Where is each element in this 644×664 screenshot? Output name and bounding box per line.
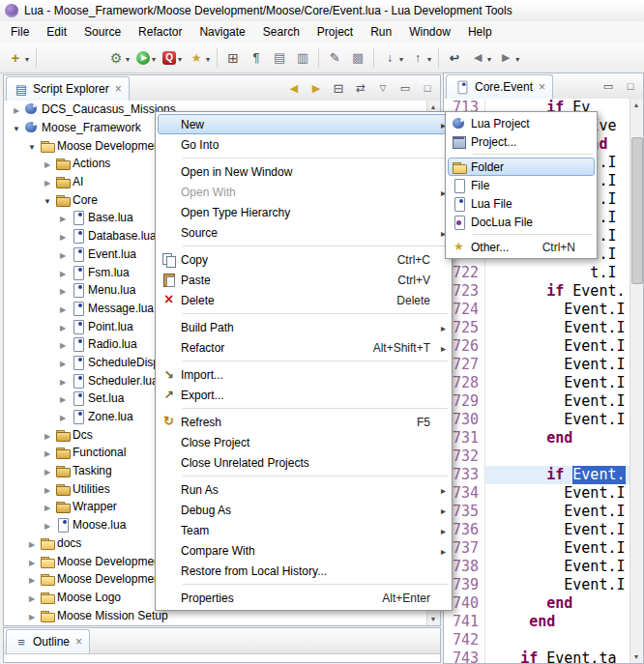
new-submenu-item-file[interactable]: File <box>448 176 595 194</box>
forward-icon[interactable] <box>308 80 324 96</box>
code-line-727[interactable]: 727 Event.I <box>444 356 630 374</box>
tab-core-event[interactable]: Core.Event <box>446 74 553 99</box>
menubar-source[interactable]: Source <box>75 22 130 42</box>
context-menu-item-close-unrelated-projects[interactable]: Close Unrelated Projects <box>158 452 450 473</box>
chevron-down-icon[interactable] <box>205 51 210 65</box>
code-line-723[interactable]: 723 if Event. <box>444 282 630 301</box>
expand-arrow-icon[interactable] <box>56 356 70 369</box>
chevron-down-icon[interactable] <box>514 51 519 65</box>
expand-arrow-icon[interactable] <box>56 391 70 405</box>
context-menu-item-compare-with[interactable]: Compare With <box>158 540 450 561</box>
context-menu-item-open-in-new-window[interactable]: Open in New Window <box>158 161 450 182</box>
code-line-731[interactable]: 731 end <box>444 429 630 447</box>
code-line-722[interactable]: 722 t.I <box>444 264 630 282</box>
menubar-run[interactable]: Run <box>362 22 400 42</box>
mark-occurrences-button[interactable] <box>347 46 368 70</box>
code-line-741[interactable]: 741 end <box>444 613 630 631</box>
collapse-arrow-icon[interactable] <box>25 139 39 153</box>
context-menu-item-refactor[interactable]: RefactorAlt+Shift+T <box>158 337 450 358</box>
expand-arrow-icon[interactable] <box>25 609 39 622</box>
context-menu-item-refresh[interactable]: RefreshF5 <box>158 412 450 432</box>
menubar-edit[interactable]: Edit <box>38 22 75 42</box>
chevron-down-icon[interactable] <box>125 51 130 65</box>
code-line-732[interactable]: 732 <box>444 447 630 466</box>
expand-arrow-icon[interactable] <box>41 428 54 442</box>
next-annotation-button[interactable] <box>379 46 405 70</box>
scroll-up-icon[interactable] <box>630 99 642 111</box>
open-document-button[interactable] <box>269 46 290 70</box>
collapse-arrow-icon[interactable] <box>41 193 54 207</box>
context-menu-item-close-project[interactable]: Close Project <box>158 432 450 452</box>
code-line-737[interactable]: 737 Event.I <box>444 539 630 558</box>
previous-annotation-button[interactable] <box>407 46 433 70</box>
forward-button[interactable] <box>495 46 521 70</box>
expand-arrow-icon[interactable] <box>41 157 54 170</box>
chevron-down-icon[interactable] <box>426 51 431 65</box>
expand-arrow-icon[interactable] <box>56 320 70 333</box>
context-menu-item-copy[interactable]: CopyCtrl+C <box>158 249 450 270</box>
expand-arrow-icon[interactable] <box>25 536 39 550</box>
context-menu-item-go-into[interactable]: Go Into <box>158 134 450 155</box>
new-submenu-item-lua-project[interactable]: Lua Project <box>448 114 595 132</box>
code-line-743[interactable]: 743 if Event.ta <box>444 650 630 663</box>
new-submenu-item-other[interactable]: Other...Ctrl+N <box>448 238 595 256</box>
scroll-down-icon[interactable] <box>427 613 439 625</box>
context-menu-item-paste[interactable]: PasteCtrl+V <box>158 270 450 290</box>
tab-outline[interactable]: Outline <box>6 629 90 653</box>
scroll-down-icon[interactable] <box>630 650 642 663</box>
code-line-735[interactable]: 735 Event.I <box>444 503 630 521</box>
maximize-icon[interactable] <box>420 80 435 96</box>
show-whitespace-button[interactable] <box>246 46 267 70</box>
expand-arrow-icon[interactable] <box>25 591 39 604</box>
expand-arrow-icon[interactable] <box>56 229 70 243</box>
minimize-icon[interactable] <box>397 80 413 96</box>
context-menu-item-build-path[interactable]: Build Path <box>158 317 450 337</box>
link-with-editor-icon[interactable] <box>353 80 368 96</box>
code-line-725[interactable]: 725 Event.I <box>444 319 630 337</box>
expand-arrow-icon[interactable] <box>10 102 23 116</box>
code-line-736[interactable]: 736 Event.I <box>444 521 630 539</box>
collapse-arrow-icon[interactable] <box>10 121 23 134</box>
editor-maximize-icon[interactable] <box>623 78 638 94</box>
context-menu-item-new[interactable]: New <box>158 114 450 134</box>
expand-arrow-icon[interactable] <box>56 283 70 297</box>
expand-arrow-icon[interactable] <box>56 266 70 279</box>
expand-arrow-icon[interactable] <box>41 518 54 532</box>
back-button[interactable] <box>467 46 493 70</box>
context-menu-item-open-type-hierarchy[interactable]: Open Type Hierarchy <box>158 202 450 222</box>
code-line-728[interactable]: 728 Event.I <box>444 374 630 392</box>
chevron-down-icon[interactable] <box>398 51 403 65</box>
expand-arrow-icon[interactable] <box>41 446 54 459</box>
expand-arrow-icon[interactable] <box>25 555 39 568</box>
code-line-739[interactable]: 739 Event.I <box>444 576 630 594</box>
chevron-down-icon[interactable] <box>177 51 182 65</box>
context-menu-item-run-as[interactable]: Run As <box>158 479 450 500</box>
menubar-refactor[interactable]: Refactor <box>130 22 190 42</box>
menubar-project[interactable]: Project <box>308 22 362 42</box>
code-line-729[interactable]: 729 Event.I <box>444 392 630 411</box>
expand-arrow-icon[interactable] <box>41 500 54 513</box>
run-button[interactable] <box>133 46 158 70</box>
code-line-742[interactable]: 742 <box>444 631 630 650</box>
expand-arrow-icon[interactable] <box>41 175 54 188</box>
menubar-window[interactable]: Window <box>400 22 459 42</box>
menubar-navigate[interactable]: Navigate <box>190 22 253 42</box>
edit-mode-button[interactable] <box>324 46 345 70</box>
context-menu-item-debug-as[interactable]: Debug As <box>158 500 450 520</box>
new-submenu-item-doclua-file[interactable]: DocLua File <box>448 213 595 231</box>
context-menu-item-delete[interactable]: DeleteDelete <box>158 290 450 310</box>
expand-arrow-icon[interactable] <box>56 410 70 423</box>
menubar-help[interactable]: Help <box>459 22 501 42</box>
external-tools-button[interactable] <box>186 46 212 70</box>
menubar-search[interactable]: Search <box>254 22 308 42</box>
expand-arrow-icon[interactable] <box>56 211 70 224</box>
new-submenu-item-lua-file[interactable]: Lua File <box>448 194 595 213</box>
collapse-all-icon[interactable] <box>331 80 346 96</box>
editor-scrollbar[interactable] <box>629 99 643 663</box>
close-icon[interactable] <box>75 635 82 649</box>
context-menu-item-team[interactable]: Team <box>158 520 450 540</box>
last-edit-location-button[interactable] <box>444 46 465 70</box>
chevron-down-icon[interactable] <box>24 51 29 65</box>
menubar-file[interactable]: File <box>2 22 38 42</box>
context-menu-item-open-with[interactable]: Open With <box>158 182 450 202</box>
